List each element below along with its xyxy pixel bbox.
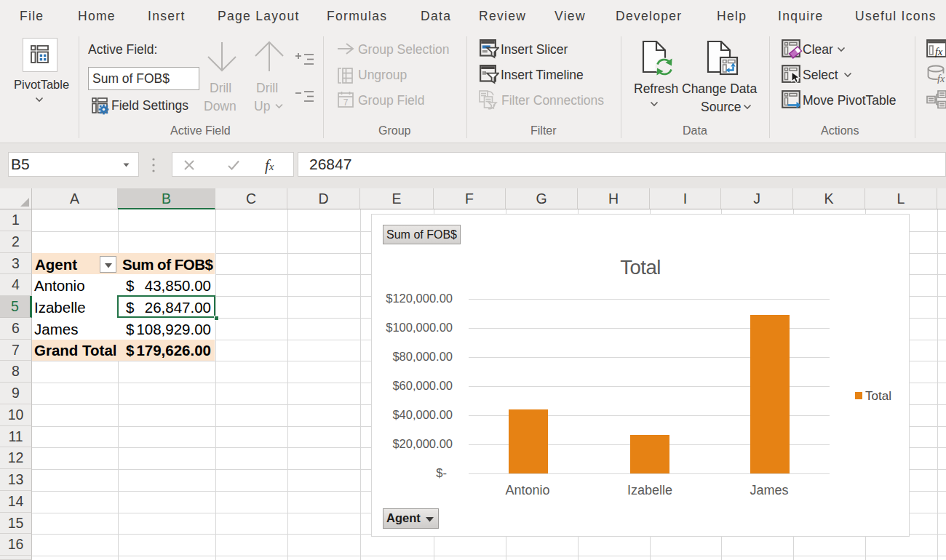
svg-text:fx: fx <box>935 47 943 57</box>
svg-text:7: 7 <box>343 97 349 108</box>
svg-text:fx: fx <box>937 73 945 84</box>
